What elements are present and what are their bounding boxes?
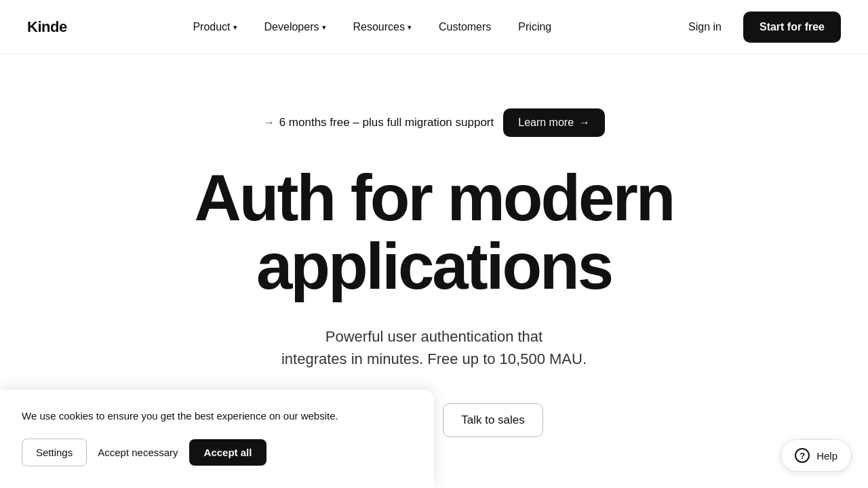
- arrow-icon: →: [263, 116, 275, 129]
- accept-necessary-button[interactable]: Accept necessary: [98, 439, 178, 466]
- accept-all-button[interactable]: Accept all: [189, 439, 267, 466]
- nav-item-pricing[interactable]: Pricing: [507, 16, 562, 39]
- promo-text: → 6 months free – plus full migration su…: [263, 116, 494, 129]
- chevron-down-icon: ▾: [233, 23, 237, 32]
- help-button[interactable]: ? Help: [781, 439, 852, 472]
- hero-section: → 6 months free – plus full migration su…: [0, 54, 868, 438]
- nav-center: Product ▾ Developers ▾ Resources ▾ Custo…: [182, 16, 562, 39]
- nav-item-resources[interactable]: Resources ▾: [342, 16, 422, 39]
- nav-item-customers[interactable]: Customers: [428, 16, 502, 39]
- chevron-down-icon: ▾: [322, 23, 326, 32]
- nav-item-developers[interactable]: Developers ▾: [254, 16, 337, 39]
- nav-item-product[interactable]: Product ▾: [182, 16, 248, 39]
- hero-title: Auth for modern applications: [195, 164, 674, 301]
- learn-more-button[interactable]: Learn more →: [503, 108, 605, 137]
- talk-to-sales-button[interactable]: Talk to sales: [443, 403, 543, 437]
- cookie-text: We use cookies to ensure you get the bes…: [22, 409, 412, 424]
- navbar: Kinde Product ▾ Developers ▾ Resources ▾…: [0, 0, 868, 54]
- promo-banner: → 6 months free – plus full migration su…: [263, 108, 605, 137]
- signin-button[interactable]: Sign in: [677, 16, 732, 39]
- help-icon: ?: [795, 448, 810, 463]
- arrow-right-icon: →: [579, 117, 590, 129]
- start-for-free-button[interactable]: Start for free: [743, 12, 841, 43]
- logo[interactable]: Kinde: [27, 18, 67, 36]
- cookie-actions: Settings Accept necessary Accept all: [22, 439, 412, 466]
- cookie-settings-button[interactable]: Settings: [22, 439, 87, 466]
- nav-right: Sign in Start for free: [677, 12, 841, 43]
- chevron-down-icon: ▾: [408, 23, 412, 32]
- hero-subtitle: Powerful user authentication that integr…: [281, 325, 587, 370]
- cookie-banner: We use cookies to ensure you get the bes…: [0, 390, 434, 489]
